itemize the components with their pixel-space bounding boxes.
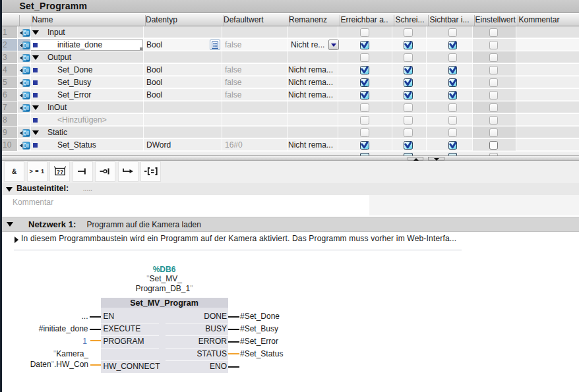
svg-text:??: ?? — [56, 169, 63, 175]
